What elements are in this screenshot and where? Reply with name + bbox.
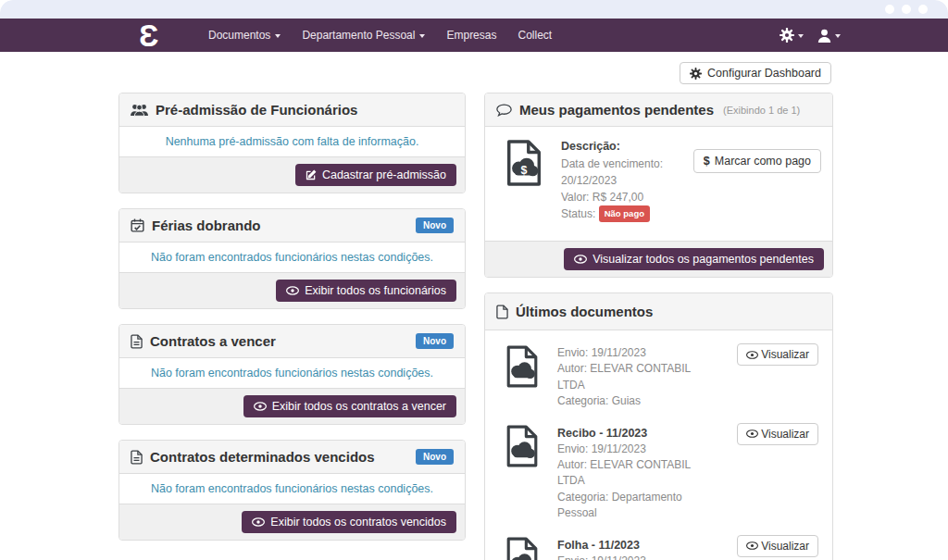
nav-item-documentos[interactable]: Documentos [208,29,281,42]
nav-item-collect[interactable]: Collect [518,29,552,42]
card-ultimos-documentos: Últimos documentos [484,292,833,560]
file-icon [496,305,508,319]
card-message: Não foram encontrados funcionários nesta… [128,251,456,264]
eye-icon [286,286,299,295]
card-ferias-dobrando: Férias dobrando Novo Não foram encontrad… [118,208,466,309]
user-icon [817,29,831,43]
nav-item-empresas[interactable]: Empresas [446,29,496,42]
gear-icon [780,28,794,43]
card-footer: Exibir todos os contratos a vencer [119,388,465,424]
document-item: Recibo - 11/2023 Envio: 19/11/2023 Autor… [504,423,818,522]
visualizar-pagamentos-button[interactable]: Visualizar todos os pagamentos pendentes [564,248,824,270]
card-title: Férias dobrando [152,218,261,233]
eye-icon [746,429,758,438]
chevron-down-icon [275,34,281,38]
card-header: Pré-admissão de Funcionários [119,93,465,127]
card-message: Não foram encontrados funcionários nesta… [128,367,456,380]
card-pagamentos-pendentes: Meus pagamentos pendentes (Exibindo 1 de… [484,93,833,278]
card-header: Últimos documentos [485,293,832,330]
dashboard-content: Configurar Dashboard Pré-ad [0,52,948,560]
card-message: Não foram encontrados funcionários nesta… [128,482,456,495]
user-menu-button[interactable] [817,29,841,43]
window-controls [885,5,928,14]
chevron-down-icon [798,34,804,38]
file-text-icon [131,334,143,349]
configure-dashboard-label: Configurar Dashboard [707,67,821,80]
settings-menu-button[interactable] [780,28,804,43]
document-title: Recibo - 11/2023 [557,425,720,442]
card-contratos-vencidos: Contratos determinados vencidos Novo Não… [118,440,466,541]
document-cloud-icon [504,423,541,469]
window-dot-icon [902,5,911,14]
nav-item-departamento-pessoal[interactable]: Departamento Pessoal [302,29,425,42]
eye-icon [574,255,587,264]
nao-pago-badge: Não pago [599,205,650,222]
card-title: Contratos determinados vencidos [150,449,375,465]
nav-item-label: Documentos [208,29,270,42]
document-author: Autor: ELEVAR CONTABIL LTDA [557,457,720,490]
nav-right-icons [780,19,841,52]
card-footer: Visualizar todos os pagamentos pendentes [485,241,832,277]
exibir-contratos-a-vencer-button[interactable]: Exibir todos os contratos a vencer [243,395,456,417]
document-author: Autor: ELEVAR CONTABIL LTDA [557,361,720,393]
eye-icon [254,402,267,411]
document-title: Folha - 11/2023 [557,537,720,554]
card-body: Não foram encontrados funcionários nesta… [119,243,465,272]
card-pre-admissao: Pré-admissão de Funcionários Nenhuma pré… [118,93,466,193]
visualizar-documento-button[interactable]: Visualizar [737,423,818,445]
nav-item-label: Departamento Pessoal [302,29,415,42]
button-label: Visualizar [761,540,809,553]
eye-icon [746,351,758,359]
cadastrar-pre-admissao-button[interactable]: Cadastrar pré-admissão [295,164,456,186]
browser-window: Ɛ Documentos Departamento Pessoal Empres… [0,0,948,560]
button-label: Cadastrar pré-admissão [322,168,446,181]
exibir-funcionarios-button[interactable]: Exibir todos os funcionários [276,280,456,302]
payment-status-line: Status: Não pago [561,205,677,222]
marcar-como-pago-button[interactable]: $ Marcar como pago [693,149,821,173]
button-label: Exibir todos os contratos vencidos [270,516,446,529]
dollar-icon: $ [704,155,710,168]
gear-icon [690,68,702,80]
document-cloud-icon [504,535,541,560]
document-category: Categoria: Guias [557,393,720,409]
card-header: Contratos determinados vencidos Novo [119,441,465,474]
payment-status-label: Status: [561,207,595,220]
navbar: Ɛ Documentos Departamento Pessoal Empres… [0,19,948,52]
visualizar-documento-button[interactable]: Visualizar [737,343,818,366]
calendar-check-icon [131,218,144,232]
button-label: Visualizar [761,348,809,361]
button-label: Visualizar [761,428,809,441]
button-label: Visualizar todos os pagamentos pendentes [592,253,814,266]
card-body: Não foram encontrados funcionários nesta… [119,474,465,504]
left-column: Pré-admissão de Funcionários Nenhuma pré… [118,93,466,555]
card-body: Nenhuma pré-admissão com falta de inform… [119,127,465,156]
payment-description-label: Descrição: [561,138,677,156]
eye-icon [252,517,265,527]
card-header: Meus pagamentos pendentes (Exibindo 1 de… [485,93,832,127]
document-list: Envio: 19/11/2023 Autor: ELEVAR CONTABIL… [485,330,832,560]
document-details: Recibo - 11/2023 Envio: 19/11/2023 Autor… [557,423,720,522]
card-subtitle: (Exibindo 1 de 1) [723,105,800,116]
chevron-down-icon [419,34,425,38]
visualizar-documento-button[interactable]: Visualizar [737,535,818,557]
exibir-contratos-vencidos-button[interactable]: Exibir todos os contratos vencidos [242,511,456,533]
edit-icon [306,169,317,180]
payment-file-icon: $ [504,138,544,188]
document-category: Categoria: Departamento Pessoal [557,490,720,522]
document-sent: Envio: 19/11/2023 [557,442,720,457]
configure-dashboard-button[interactable]: Configurar Dashboard [680,62,831,84]
brand-logo: Ɛ [139,17,158,54]
card-title: Últimos documentos [516,304,653,319]
card-header: Férias dobrando Novo [119,209,465,243]
card-contratos-a-vencer: Contratos a vencer Novo Não foram encont… [118,324,466,425]
window-dot-icon [885,5,894,14]
card-footer: Exibir todos os funcionários [119,272,465,308]
card-header: Contratos a vencer Novo [119,325,465,358]
document-item: Folha - 11/2023 Envio: 19/11/2023 Autor:… [504,535,818,560]
nav-item-label: Empresas [446,29,496,42]
card-footer: Cadastrar pré-admissão [119,156,465,193]
button-label: Marcar como pago [715,155,811,168]
novo-badge: Novo [416,449,454,465]
eye-icon [746,541,758,550]
document-sent: Envio: 19/11/2023 [557,554,720,560]
